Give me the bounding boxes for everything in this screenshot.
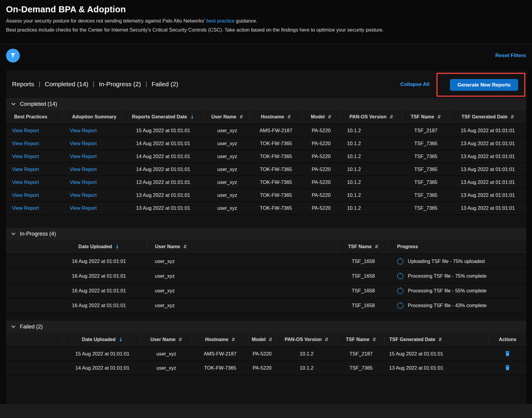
generate-new-reports-button[interactable]: Generate New Reports [450,79,518,91]
table-cell: user_xyz [204,150,250,163]
column-label: User Name [211,114,236,120]
column-label: Model [252,337,266,342]
view-report-link[interactable]: View Report [70,141,97,146]
table-cell: user_xyz [141,361,192,375]
table-cell: View Report [6,176,64,189]
col-model[interactable]: Model⇵ [302,110,340,124]
col-progress: Progress [389,240,526,254]
table-cell: 15 Aug 2022 at 01:01:01 [64,347,141,361]
tab-in-progress-2[interactable]: In-Progress (2) [99,81,141,88]
table-cell: View Report [6,202,64,215]
sort-toggle-icon[interactable]: ⇵ [437,114,441,120]
col-hostname[interactable]: Hostname⇵ [192,333,249,347]
table-cell: 13 Aug 2022 at 01:01:01 [449,150,526,163]
table-cell: View Report [64,150,122,163]
table-cell: TOK-FW-7365 [250,202,302,215]
trash-icon [504,367,511,372]
col-hostname[interactable]: Hostname⇵ [250,110,302,124]
delete-report-button[interactable] [504,349,511,358]
view-report-link[interactable]: View Report [70,154,97,159]
table-cell: 16 Aug 2022 at 01:01:01 [51,254,147,269]
table-cell: TSF_7365 [338,361,384,375]
filter-button[interactable] [6,49,20,63]
sort-toggle-icon[interactable]: ⇵ [325,337,329,342]
sort-toggle-icon[interactable]: ⇵ [328,114,332,120]
table-cell: 10.1.2 [275,361,338,375]
column-label: Date Uploaded [82,337,115,342]
sort-desc-icon[interactable]: ↓ [118,337,123,343]
best-practice-link[interactable]: best practice [206,18,235,23]
col-reports-generated-date[interactable]: Reports Generated Date↓ [122,110,204,124]
table-cell: TSF_7365 [402,202,449,215]
table-cell: TSF_7365 [402,137,449,150]
column-label: TSF Name [348,244,372,249]
tab-completed-14[interactable]: Completed (14) [45,81,88,88]
section-header-in-progress[interactable]: In-Progress (4) [6,228,526,240]
table-cell: 14 Aug 2022 at 01:01:01 [64,361,141,375]
table-cell: 13 Aug 2022 at 01:01:01 [122,202,204,215]
sort-toggle-icon[interactable]: ⇵ [179,337,183,342]
sort-toggle-icon[interactable]: ⇵ [231,337,235,342]
col-user-name[interactable]: User Name⇵ [204,110,250,124]
view-report-link[interactable]: View Report [70,128,97,133]
col-tsf-name[interactable]: TSF Name⇵ [402,110,449,124]
col-pan-os-version[interactable]: PAN-OS Version⇵ [275,333,338,347]
table-cell: View Report [6,150,64,163]
col-tsf-generated-date[interactable]: TSF Generated Date⇵ [449,110,526,124]
section-header-failed[interactable]: Failed (2) [6,321,526,333]
table-cell: PA-5220 [302,176,340,189]
footer-bar [0,404,532,418]
sort-toggle-icon[interactable]: ⇵ [438,337,442,342]
table-cell: user_xyz [204,137,250,150]
col-user-name[interactable]: User Name⇵ [147,240,338,254]
section-header-completed[interactable]: Completed (14) [6,98,526,110]
col-date-uploaded[interactable]: Date Uploaded↓ [64,333,141,347]
col-tsf-name[interactable]: TSF Name⇵ [338,240,389,254]
column-label: User Name [155,244,180,249]
table-cell: PA-5220 [249,361,275,375]
table-cell: 10.1.2 [340,137,402,150]
sort-toggle-icon[interactable]: ⇵ [287,114,291,120]
sort-desc-icon[interactable]: ↓ [115,244,119,250]
col-tsf-generated-date[interactable]: TSF Generated Date⇵ [384,333,489,347]
tab-failed-2[interactable]: Failed (2) [152,81,178,88]
view-report-link[interactable]: View Report [12,141,39,146]
view-report-link[interactable]: View Report [12,154,39,159]
sort-toggle-icon[interactable]: ⇵ [375,244,379,249]
delete-report-button[interactable] [504,364,511,372]
view-report-link[interactable]: View Report [12,166,39,172]
col-tsf-name[interactable]: TSF Name⇵ [338,333,384,347]
table-cell: 16 Aug 2022 at 01:01:01 [51,283,147,298]
reset-filters-link[interactable]: Reset Filters [495,53,526,59]
table-cell: TOK-FW-7365 [192,361,249,375]
view-report-link[interactable]: View Report [12,192,39,198]
column-label: Progress [397,244,418,249]
view-report-link[interactable]: View Report [12,128,39,133]
view-report-link[interactable]: View Report [70,192,97,198]
table-cell: TSF_1658 [338,283,389,298]
table-cell: 13 Aug 2022 at 01:01:01 [449,137,526,150]
sort-toggle-icon[interactable]: ⇵ [389,114,393,120]
view-report-link[interactable]: View Report [70,179,97,185]
table-cell [489,361,526,375]
col-user-name[interactable]: User Name⇵ [141,333,192,347]
view-report-link[interactable]: View Report [70,166,97,172]
view-report-link[interactable]: View Report [70,205,97,211]
view-report-link[interactable]: View Report [12,179,39,185]
table-row: View ReportView Report14 Aug 2022 at 01:… [6,163,526,176]
sort-toggle-icon[interactable]: ⇵ [372,337,376,342]
table-cell: user_xyz [204,124,250,137]
sort-toggle-icon[interactable]: ⇵ [239,114,243,120]
collapse-all-link[interactable]: Collapse All [400,81,429,87]
col-date-uploaded[interactable]: Date Uploaded↓ [51,240,147,254]
col-empty [6,240,51,254]
col-model[interactable]: Model⇵ [249,333,275,347]
table-cell: TOK-FW-7365 [250,176,302,189]
sort-desc-icon[interactable]: ↓ [190,114,194,120]
sort-toggle-icon[interactable]: ⇵ [510,114,514,120]
sort-toggle-icon[interactable]: ⇵ [183,244,187,249]
sort-toggle-icon[interactable]: ⇵ [269,337,272,342]
view-report-link[interactable]: View Report [12,205,39,211]
table-cell: TSF_1658 [338,269,389,283]
col-pan-os-version[interactable]: PAN-OS Version⇵ [340,110,402,124]
